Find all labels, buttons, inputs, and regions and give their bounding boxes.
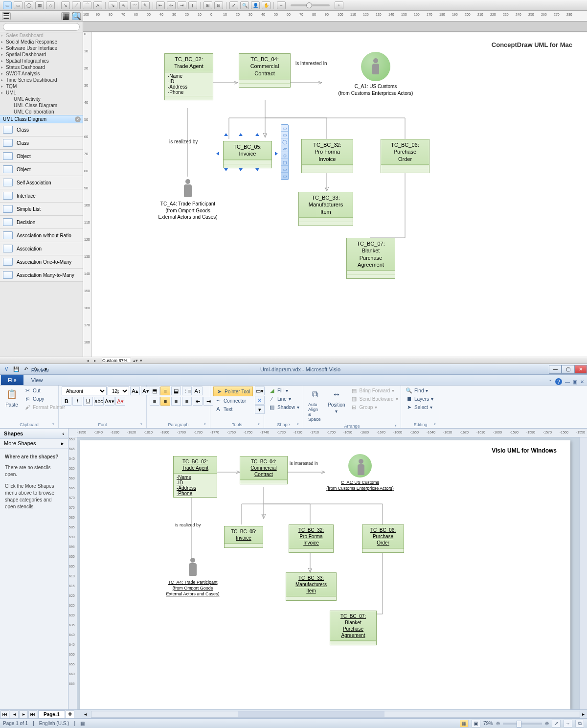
text-tool-icon[interactable]: A <box>93 1 102 9</box>
stencil-item[interactable]: Interface <box>0 189 83 203</box>
zoom-out-btn-icon[interactable]: − <box>277 1 286 9</box>
align-right-icon[interactable]: ⇥ <box>178 1 186 9</box>
auto-align-button[interactable]: ⧉Auto Align & Space <box>306 387 324 423</box>
canvas[interactable]: ConceptDraw UML for Mac <box>92 32 587 357</box>
zoom-level[interactable]: 79% <box>483 721 493 726</box>
mdi-minimize-icon[interactable]: — <box>565 379 570 385</box>
font-family-select[interactable]: Aharoni <box>62 387 107 395</box>
pan-zoom-icon[interactable]: ⧉ <box>575 720 584 728</box>
tree-item[interactable]: Software User Interface <box>0 45 83 51</box>
ungroup-icon[interactable]: ⊟ <box>214 1 223 9</box>
stencil-item[interactable]: Association Many-to-Many <box>0 269 83 282</box>
tree-item[interactable]: TQM <box>0 83 83 90</box>
group-icon[interactable]: ⊞ <box>203 1 212 9</box>
smart-action-icon[interactable]: ◯ <box>281 138 288 145</box>
hand-tool-icon[interactable]: ✋ <box>262 1 271 9</box>
scrollbar-vertical[interactable] <box>579 437 587 709</box>
arc-tool-icon[interactable]: ⌒ <box>83 1 91 9</box>
stencil-item[interactable]: Association <box>0 242 83 255</box>
smart-action-icon[interactable]: ▭ <box>281 173 288 180</box>
uml-class-trade-agent[interactable]: TC_BC_02: Trade Agent -Name-ID-Address-P… <box>173 456 217 498</box>
file-tab[interactable]: File <box>1 375 23 385</box>
arrow-tool-icon[interactable]: ↘ <box>109 1 117 9</box>
zoom-out-icon[interactable]: ⊖ <box>496 721 500 726</box>
tree-item[interactable]: UML Collaboration <box>0 109 83 115</box>
rectangle-tool-icon[interactable]: ▭▾ <box>255 387 265 395</box>
selection-handle-icon[interactable] <box>239 132 243 136</box>
align-right-icon[interactable]: ≡ <box>171 397 181 406</box>
prev-page-icon[interactable]: ◂ <box>10 710 19 718</box>
uml-class-blanket[interactable]: TC_BC_07: Blanket Purchase Agreement <box>346 238 395 279</box>
text-tool-button[interactable]: AText <box>213 405 253 413</box>
stencil-header[interactable]: UML Class Diagram × <box>0 115 83 123</box>
uml-class-proforma[interactable]: TC_BC_32: Pro Forma Invoice <box>301 139 353 173</box>
uml-class-proforma[interactable]: TC_BC_32: Pro Forma Invoice <box>289 524 334 553</box>
uml-class-trade-agent[interactable]: TC_BC_02: Trade Agent -Name-ID-Address-P… <box>164 53 213 100</box>
smart-action-icon[interactable]: ▱ <box>281 145 288 152</box>
polyline-tool-icon[interactable]: 〰 <box>130 1 139 9</box>
first-page-icon[interactable]: ⏮ <box>0 710 9 718</box>
more-shapes-button[interactable]: More Shapes ▸ <box>0 439 68 449</box>
zoom-fit-icon[interactable]: ⤢ <box>229 1 238 9</box>
view-fullscreen-icon[interactable]: ▣ <box>472 720 480 728</box>
find-button[interactable]: 🔍Find▾ <box>404 387 435 394</box>
stencil-item[interactable]: Object <box>0 150 83 163</box>
search-input[interactable] <box>3 23 80 31</box>
selection-handle-icon[interactable] <box>215 152 219 156</box>
uml-class-purchase-order[interactable]: TC_BC_06: Purchase Order <box>381 139 429 173</box>
grow-font-icon[interactable]: A▴ <box>130 387 140 395</box>
panel-toggle-search-icon[interactable]: 🔍 <box>72 12 81 20</box>
uml-class-commercial-contract[interactable]: TC_BC_04: Commercial Contract <box>239 53 291 88</box>
text-direction-icon[interactable]: A↕ <box>193 387 203 395</box>
position-button[interactable]: ↔Position▾ <box>326 387 347 415</box>
oval-tool-icon[interactable]: ◯ <box>24 1 33 9</box>
underline-icon[interactable]: U <box>83 397 93 406</box>
panel-toggle-grid-icon[interactable]: ▦ <box>61 12 70 20</box>
tree-item[interactable]: Sales Dashboard <box>0 32 83 39</box>
strike-icon[interactable]: abc <box>94 397 104 406</box>
smart-action-panel[interactable]: ▭ ▭ ◯ ▱ ◇ ▢ ▭ ▭ <box>281 124 289 180</box>
pointer-tool-icon[interactable]: ▭ <box>3 1 12 9</box>
bullets-icon[interactable]: ⋮≡ <box>182 387 192 395</box>
font-color-icon[interactable]: A▾ <box>115 397 125 406</box>
curve-tool-icon[interactable]: ∿ <box>119 1 128 9</box>
save-icon[interactable]: 💾 <box>12 365 21 373</box>
stencil-item[interactable]: Association One-to-Many <box>0 255 83 269</box>
tree-item[interactable]: Spatial Dashboard <box>0 51 83 58</box>
zoom-stepper-icon[interactable]: ▴▾ <box>133 358 138 363</box>
shadow-button[interactable]: ▨Shadow▾ <box>267 403 301 411</box>
uml-actor-participant[interactable]: TC_A4: Trade Participant (from Omport Go… <box>145 179 231 221</box>
select-button[interactable]: ➤Select▾ <box>404 403 435 411</box>
align-middle-icon[interactable]: ≡ <box>160 387 170 395</box>
send-backward-button[interactable]: ▥Send Backward▾ <box>349 395 400 403</box>
shapes-panel-header[interactable]: Shapes ‹ <box>0 429 68 439</box>
pointer-tool-button[interactable]: ➤Pointer Tool <box>213 387 253 396</box>
freehand-tool-icon[interactable]: ✎ <box>141 1 150 9</box>
sheet-tab[interactable]: Page-1 <box>38 710 65 718</box>
smart-action-icon[interactable]: ▭ <box>281 166 288 173</box>
uml-class-commercial-contract[interactable]: TC_BC_04: Commercial Contract <box>240 456 288 484</box>
help-icon[interactable]: ? <box>555 378 562 385</box>
selection-handle-icon[interactable] <box>239 168 243 172</box>
zoom-in-icon[interactable]: ⊕ <box>545 721 549 726</box>
smart-action-icon[interactable]: ▭ <box>281 132 288 138</box>
mdi-restore-icon[interactable]: ▣ <box>573 379 577 385</box>
paste-button[interactable]: 📋 Paste <box>3 387 21 409</box>
scrollbar-horizontal[interactable] <box>91 711 580 718</box>
tree-item[interactable]: UML Activity <box>0 96 83 102</box>
italic-icon[interactable]: I <box>72 397 82 406</box>
stencil-item[interactable]: Class <box>0 123 83 136</box>
smart-action-icon[interactable]: ▭ <box>281 125 288 132</box>
stencil-item[interactable]: Class <box>0 136 83 150</box>
connector-tool-icon[interactable]: ↘ <box>61 1 70 9</box>
tree-item[interactable]: Time Series Dashboard <box>0 77 83 83</box>
zoom-dropdown-icon[interactable]: ▾ <box>140 358 142 363</box>
panel-toggle-1-icon[interactable]: ☰ <box>2 12 11 20</box>
stencil-item[interactable]: Self Association <box>0 176 83 189</box>
align-left-icon[interactable]: ⇤ <box>156 1 165 9</box>
maximize-icon[interactable]: ▢ <box>562 365 574 374</box>
uml-class-mfg-item[interactable]: TC_BC_33: Manufacturers Item <box>298 192 353 226</box>
minimize-icon[interactable]: — <box>549 365 562 374</box>
selection-handle-icon[interactable] <box>255 168 259 172</box>
rect-tool-icon[interactable]: ▭ <box>14 1 23 9</box>
